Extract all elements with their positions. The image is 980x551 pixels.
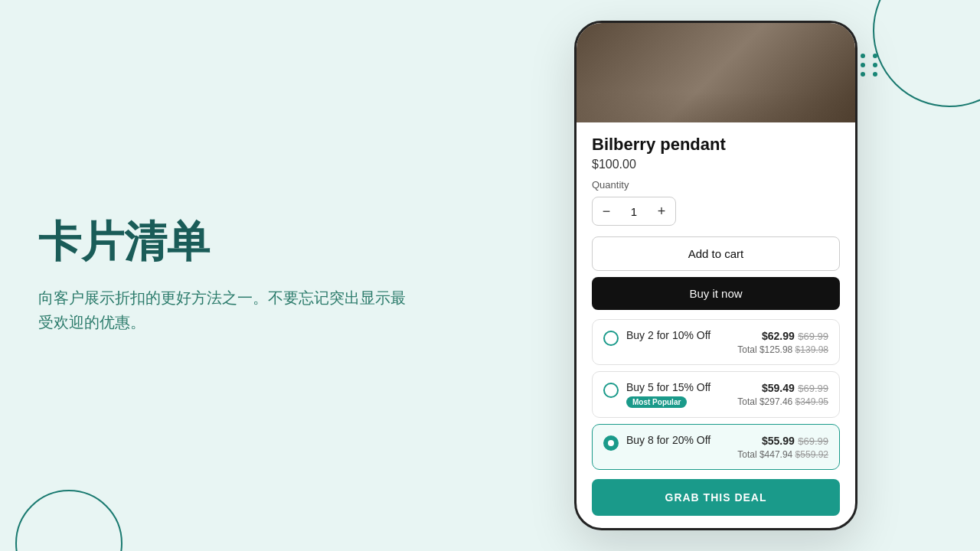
old-price-1: $69.99: [798, 331, 828, 342]
buy-now-button[interactable]: Buy it now: [592, 277, 840, 310]
deal-total-old-2: $349.95: [795, 396, 828, 407]
deal-pricing-2: $59.49 $69.99 Total $297.46 $349.95: [737, 381, 828, 407]
most-popular-badge: Most Popular: [626, 396, 687, 408]
deal-name-2: Buy 5 for 15% Off: [626, 381, 730, 393]
product-price: $100.00: [592, 158, 840, 171]
dot: [861, 63, 865, 67]
new-price-2: $59.49: [762, 382, 795, 394]
radio-1: [603, 331, 619, 346]
bg-circle-top-right: [873, 0, 980, 107]
dot: [873, 54, 877, 58]
phone-content: Bilberry pendant $100.00 Quantity − 1 + …: [577, 122, 855, 528]
quantity-increase-button[interactable]: +: [648, 197, 675, 225]
deal-total-old-3: $559.92: [795, 449, 828, 460]
radio-3: [603, 435, 619, 451]
left-panel: 卡片清单 向客户展示折扣的更好方法之一。不要忘记突出显示最受欢迎的优惠。: [38, 216, 452, 334]
bg-circle-bottom-left: [15, 490, 122, 551]
phone-mockup: Bilberry pendant $100.00 Quantity − 1 + …: [574, 21, 858, 530]
deal-option-2[interactable]: Buy 5 for 15% OffMost Popular $59.49 $69…: [592, 371, 840, 418]
deal-info-1: Buy 2 for 10% Off: [626, 329, 730, 341]
description-text: 向客户展示折扣的更好方法之一。不要忘记突出显示最受欢迎的优惠。: [38, 286, 406, 335]
dot: [873, 72, 877, 77]
deal-new-price-1: $62.99 $69.99: [737, 329, 828, 343]
old-price-2: $69.99: [798, 383, 828, 394]
deal-info-2: Buy 5 for 15% OffMost Popular: [626, 381, 730, 408]
new-price-1: $62.99: [762, 330, 795, 342]
phone-frame: Bilberry pendant $100.00 Quantity − 1 + …: [574, 21, 858, 530]
radio-2: [603, 383, 619, 398]
old-price-3: $69.99: [798, 435, 828, 447]
dot: [873, 63, 877, 67]
deal-info-3: Buy 8 for 20% Off: [626, 434, 730, 446]
deal-total-1: Total $125.98 $139.98: [737, 344, 828, 355]
main-title: 卡片清单: [38, 216, 452, 267]
deal-total-old-1: $139.98: [795, 344, 828, 355]
deal-new-price-2: $59.49 $69.99: [737, 381, 828, 395]
add-to-cart-button[interactable]: Add to cart: [592, 236, 840, 271]
dot: [861, 72, 865, 77]
quantity-control: − 1 +: [592, 197, 676, 226]
deal-pricing-1: $62.99 $69.99 Total $125.98 $139.98: [737, 329, 828, 355]
new-price-3: $55.99: [762, 435, 795, 447]
quantity-decrease-button[interactable]: −: [593, 197, 620, 225]
deal-new-price-3: $55.99 $69.99: [737, 434, 828, 448]
deal-option-1[interactable]: Buy 2 for 10% Off $62.99 $69.99 Total $1…: [592, 319, 840, 365]
product-image: [577, 23, 855, 122]
deal-total-2: Total $297.46 $349.95: [737, 396, 828, 407]
quantity-label: Quantity: [592, 179, 840, 191]
deal-pricing-3: $55.99 $69.99 Total $447.94 $559.92: [737, 434, 828, 460]
product-title: Bilberry pendant: [592, 135, 840, 155]
deal-option-3[interactable]: Buy 8 for 20% Off $55.99 $69.99 Total $4…: [592, 424, 840, 470]
deals-container: Buy 2 for 10% Off $62.99 $69.99 Total $1…: [592, 319, 840, 470]
quantity-value: 1: [620, 205, 648, 218]
grab-deal-button[interactable]: GRAB THIS DEAL: [592, 479, 840, 516]
deal-name-1: Buy 2 for 10% Off: [626, 329, 730, 341]
deal-name-3: Buy 8 for 20% Off: [626, 434, 730, 446]
dot: [861, 54, 865, 58]
deal-total-3: Total $447.94 $559.92: [737, 449, 828, 460]
